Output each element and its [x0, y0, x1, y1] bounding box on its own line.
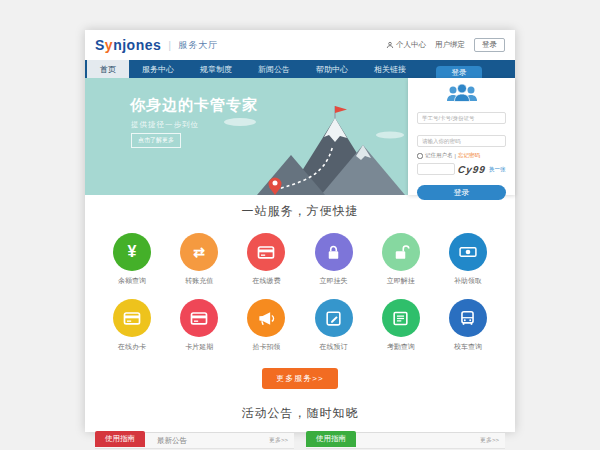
- service-card-extension[interactable]: 卡片延期: [174, 299, 224, 352]
- service-label: 立即解挂: [387, 276, 415, 286]
- captcha-row: Cy99 换一张: [417, 163, 506, 175]
- edit-icon: [324, 309, 343, 328]
- megaphone-icon: [256, 308, 276, 328]
- username-input[interactable]: [417, 112, 506, 124]
- bank-card-icon: [189, 308, 209, 328]
- panel-bar: 使用指南 最新公告 更多>>: [95, 433, 294, 449]
- services-title: 一站服务，方便快捷: [85, 203, 515, 220]
- service-online-card-apply[interactable]: 在线办卡: [107, 299, 157, 352]
- nav-item-service-center[interactable]: 服务中心: [129, 60, 187, 78]
- mountain-illustration: [205, 100, 415, 195]
- captcha-refresh-link[interactable]: 换一张: [489, 166, 506, 173]
- login-panel: 登录 记住用户名 | 忘记密码 Cy99 换一张: [408, 66, 515, 195]
- logo-text: S: [95, 37, 105, 53]
- header-right: 个人中心 用户绑定 登录: [386, 38, 505, 52]
- service-label: 考勤查询: [387, 342, 415, 352]
- captcha-input[interactable]: [417, 163, 455, 175]
- service-online-booking[interactable]: 在线预订: [309, 299, 359, 352]
- portal-page: Synjones | 服务大厅 个人中心 用户绑定 登录 首页 服务中心 规章制…: [85, 30, 515, 432]
- announcements-title: 活动公告，随时知晓: [85, 405, 515, 422]
- bank-card-icon: [122, 308, 142, 328]
- service-label: 转账充值: [185, 276, 213, 286]
- user-binding-label: 用户绑定: [435, 40, 465, 50]
- nav-item-home[interactable]: 首页: [87, 60, 129, 78]
- more-services-button[interactable]: 更多服务>>: [262, 368, 337, 389]
- banner-subtitle: 提供捷径一步到位: [131, 120, 199, 130]
- users-group-icon: [417, 84, 506, 102]
- login-submit-button[interactable]: 登录: [417, 185, 506, 200]
- more-link-right[interactable]: 更多>>: [480, 436, 499, 445]
- announcements-section: 活动公告，随时知晓 使用指南 最新公告 更多>> 使用指南 更多>>: [85, 405, 515, 449]
- service-cancel-loss[interactable]: 立即解挂: [376, 233, 426, 286]
- service-found-card-claim[interactable]: 拾卡招领: [241, 299, 291, 352]
- personal-center-link[interactable]: 个人中心: [386, 40, 426, 50]
- services-section: 一站服务，方便快捷 ¥ 余额查询 ⇄ 转账充值 在线缴费 立即挂失: [85, 195, 515, 389]
- captcha-image[interactable]: Cy99: [457, 164, 486, 175]
- service-balance-inquiry[interactable]: ¥ 余额查询: [107, 233, 157, 286]
- user-icon: [386, 41, 394, 49]
- top-header: Synjones | 服务大厅 个人中心 用户绑定 登录: [85, 30, 515, 60]
- service-label: 补助领取: [454, 276, 482, 286]
- forgot-password-link[interactable]: 忘记密码: [458, 152, 480, 159]
- service-attendance-inquiry[interactable]: 考勤查询: [376, 299, 426, 352]
- banner-cta-button[interactable]: 点击了解更多: [131, 133, 181, 148]
- service-transfer-recharge[interactable]: ⇄ 转账充值: [174, 233, 224, 286]
- panel-bar: 使用指南 更多>>: [306, 433, 505, 449]
- header-login-button[interactable]: 登录: [474, 38, 505, 52]
- guide-panel-left: 使用指南 最新公告 更多>>: [95, 433, 294, 449]
- banknote-icon: [458, 242, 478, 262]
- yen-icon: ¥: [128, 243, 137, 261]
- logo: Synjones: [95, 37, 161, 53]
- nav-item-help[interactable]: 帮助中心: [303, 60, 361, 78]
- guide-panel-right: 使用指南 更多>>: [306, 433, 505, 449]
- service-label: 在线预订: [320, 342, 348, 352]
- list-icon: [391, 309, 410, 328]
- options-divider: |: [455, 153, 456, 159]
- screenshot-canvas: Synjones | 服务大厅 个人中心 用户绑定 登录 首页 服务中心 规章制…: [0, 0, 600, 450]
- service-subsidy-collection[interactable]: 补助领取: [443, 233, 493, 286]
- unlock-icon: [391, 243, 410, 262]
- password-input[interactable]: [417, 135, 506, 147]
- bank-card-icon: [256, 242, 276, 262]
- login-options: 记住用户名 | 忘记密码: [417, 152, 506, 159]
- service-label: 在线办卡: [118, 342, 146, 352]
- logo-divider: |: [168, 39, 171, 51]
- service-online-payment[interactable]: 在线缴费: [241, 233, 291, 286]
- nav-item-news[interactable]: 新闻公告: [245, 60, 303, 78]
- personal-center-label: 个人中心: [396, 40, 426, 50]
- lock-icon: [324, 243, 343, 262]
- bus-icon: [458, 309, 477, 328]
- tab-latest-announcements[interactable]: 最新公告: [157, 436, 187, 446]
- transfer-icon: ⇄: [193, 244, 205, 260]
- remember-label: 记住用户名: [425, 152, 453, 159]
- nav-item-rules[interactable]: 规章制度: [187, 60, 245, 78]
- logo-accent: y: [105, 37, 113, 53]
- announcement-panels: 使用指南 最新公告 更多>> 使用指南 更多>>: [85, 433, 515, 449]
- service-label: 校车查询: [454, 342, 482, 352]
- services-row-1: ¥ 余额查询 ⇄ 转账充值 在线缴费 立即挂失: [85, 233, 515, 286]
- service-report-loss[interactable]: 立即挂失: [309, 233, 359, 286]
- service-label: 在线缴费: [252, 276, 280, 286]
- login-form: 记住用户名 | 忘记密码 Cy99 换一张 登录: [408, 78, 515, 195]
- service-school-bus-inquiry[interactable]: 校车查询: [443, 299, 493, 352]
- tab-usage-guide-green[interactable]: 使用指南: [306, 431, 356, 447]
- more-link-left[interactable]: 更多>>: [269, 436, 288, 445]
- remember-checkbox[interactable]: [417, 153, 423, 159]
- service-label: 卡片延期: [185, 342, 213, 352]
- service-label: 立即挂失: [320, 276, 348, 286]
- logo-text-rest: njones: [113, 37, 161, 53]
- service-label: 拾卡招领: [252, 342, 280, 352]
- services-row-2: 在线办卡 卡片延期 拾卡招领 在线预订: [85, 299, 515, 352]
- site-subtitle: 服务大厅: [178, 39, 218, 52]
- user-binding-link[interactable]: 用户绑定: [435, 40, 465, 50]
- service-label: 余额查询: [118, 276, 146, 286]
- tab-usage-guide-red[interactable]: 使用指南: [95, 431, 145, 447]
